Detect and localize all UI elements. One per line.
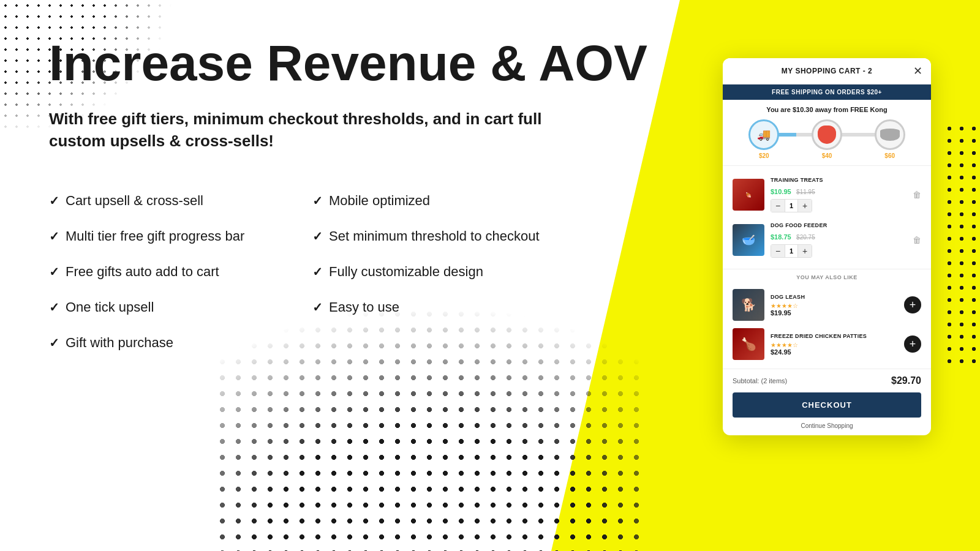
- tier-item-3: $60: [858, 119, 921, 159]
- close-icon[interactable]: ✕: [913, 66, 922, 77]
- cart-footer: Subtotal: (2 items) $29.70 CHECKOUT Cont…: [723, 369, 931, 435]
- check-icon-5: ✓: [49, 335, 59, 350]
- rec-image-1: 🐕: [733, 289, 764, 321]
- qty-control-2: − 1 +: [771, 244, 812, 258]
- also-like-title: YOU MAY ALSO LIKE: [733, 274, 921, 280]
- rec-details-1: DOG LEASH ★★★★☆ $19.95: [771, 294, 898, 317]
- item-original-price-2: $20.75: [796, 234, 815, 241]
- feature-item-2: ✓ Multi tier free gift progress bar: [49, 219, 312, 254]
- feature-item-4: ✓ One tick upsell: [49, 290, 312, 325]
- qty-value-1: 1: [785, 200, 798, 212]
- check-icon-9: ✓: [312, 300, 323, 315]
- kong-icon: [818, 126, 836, 144]
- tier-circle-2: [812, 119, 842, 150]
- add-recommendation-1-button[interactable]: +: [904, 296, 921, 313]
- feature-item-8: ✓ Fully customizable design: [312, 254, 576, 290]
- check-icon-2: ✓: [49, 229, 59, 244]
- subtotal-row: Subtotal: (2 items) $29.70: [733, 375, 921, 386]
- subtotal-value: $29.70: [891, 375, 921, 386]
- check-icon-7: ✓: [312, 229, 323, 244]
- training-treats-image: 🍖: [733, 179, 764, 211]
- progress-text: You are $10.30 away from FREE Kong: [733, 106, 921, 113]
- rec-name-2: FREEZE DRIED CHICKEN PATTIES: [771, 333, 898, 339]
- tier-item-1: 🚚 $20: [733, 119, 796, 159]
- free-shipping-banner: FREE SHIPPING ON ORDERS $20+: [723, 84, 931, 100]
- progress-section: You are $10.30 away from FREE Kong 🚚 $20…: [723, 100, 931, 166]
- check-icon-1: ✓: [49, 193, 59, 208]
- subtotal-label: Subtotal: (2 items): [733, 377, 787, 384]
- add-recommendation-2-button[interactable]: +: [904, 335, 921, 353]
- hero-subtitle: With free gift tiers, minimum checkout t…: [49, 108, 576, 152]
- rec-stars-1: ★★★★☆: [771, 302, 898, 309]
- item-name-1: TRAINING TREATS: [771, 177, 907, 183]
- remove-item-2-icon[interactable]: 🗑: [913, 235, 921, 245]
- recommendation-2: 🍗 FREEZE DRIED CHICKEN PATTIES ★★★★☆ $24…: [733, 324, 921, 364]
- tier-circle-1: 🚚: [748, 119, 779, 150]
- features-right-column: ✓ Mobile optimized ✓ Set minimum thresho…: [312, 183, 576, 361]
- tier-label-2: $40: [822, 152, 832, 159]
- qty-value-2: 1: [785, 245, 798, 257]
- also-like-section: YOU MAY ALSO LIKE 🐕 DOG LEASH ★★★★☆ $19.…: [723, 269, 931, 369]
- feature-item-3: ✓ Free gifts auto add to cart: [49, 254, 312, 290]
- tier-item-2: $40: [796, 119, 859, 159]
- check-icon-4: ✓: [49, 300, 59, 315]
- rec-details-2: FREEZE DRIED CHICKEN PATTIES ★★★★☆ $24.9…: [771, 333, 898, 356]
- tier-label-3: $60: [884, 152, 895, 159]
- feature-item-9: ✓ Easy to use: [312, 290, 576, 325]
- qty-increase-2[interactable]: +: [798, 245, 812, 257]
- qty-increase-1[interactable]: +: [798, 200, 812, 212]
- features-left-column: ✓ Cart upsell & cross-sell ✓ Multi tier …: [49, 183, 312, 361]
- check-icon-8: ✓: [312, 264, 323, 279]
- chicken-patties-image: 🍗: [733, 328, 764, 360]
- cart-widget: MY SHOPPING CART - 2 ✕ FREE SHIPPING ON …: [723, 58, 931, 435]
- check-icon-3: ✓: [49, 264, 59, 279]
- feature-item-6: ✓ Mobile optimized: [312, 183, 576, 219]
- tier-circle-3: [875, 119, 905, 150]
- dots-right-edge-decoration: [943, 122, 980, 367]
- checkout-button[interactable]: CHECKOUT: [733, 392, 921, 418]
- progress-item: FREE Kong: [850, 106, 888, 113]
- qty-decrease-1[interactable]: −: [771, 200, 785, 212]
- rec-image-2: 🍗: [733, 328, 764, 360]
- item-image-feeder: 🥣: [733, 224, 764, 256]
- rec-price-1: $19.95: [771, 309, 898, 317]
- dog-food-feeder-image: 🥣: [733, 224, 764, 256]
- item-details-2: DOG FOOD FEEDER $18.75 $20.75 − 1 +: [771, 222, 907, 258]
- qty-control-1: − 1 +: [771, 199, 812, 212]
- cart-header: MY SHOPPING CART - 2 ✕: [723, 58, 931, 84]
- item-price-1: $10.95: [771, 188, 791, 195]
- feature-item-7: ✓ Set minimum threshold to checkout: [312, 219, 576, 254]
- shipping-icon: 🚚: [757, 128, 771, 141]
- item-image-training: 🍖: [733, 179, 764, 211]
- dog-leash-image: 🐕: [733, 289, 764, 321]
- item-original-price-1: $11.95: [796, 189, 815, 195]
- tier-label-1: $20: [759, 152, 769, 159]
- rec-price-2: $24.95: [771, 348, 898, 356]
- item-pricing-1: $10.95 $11.95: [771, 186, 907, 197]
- check-icon-6: ✓: [312, 193, 323, 208]
- item-pricing-2: $18.75 $20.75: [771, 231, 907, 242]
- cart-title: MY SHOPPING CART - 2: [782, 67, 872, 75]
- feature-item-1: ✓ Cart upsell & cross-sell: [49, 183, 312, 219]
- cart-items-section: 🍖 TRAINING TREATS $10.95 $11.95 − 1 + 🗑: [723, 166, 931, 269]
- feature-item-5: ✓ Gift with purchase: [49, 325, 312, 361]
- features-grid: ✓ Cart upsell & cross-sell ✓ Multi tier …: [49, 183, 576, 361]
- rec-stars-2: ★★★★☆: [771, 342, 898, 348]
- qty-decrease-2[interactable]: −: [771, 245, 785, 257]
- rec-name-1: DOG LEASH: [771, 294, 898, 300]
- continue-shopping-link[interactable]: Continue Shopping: [733, 422, 921, 429]
- item-details-1: TRAINING TREATS $10.95 $11.95 − 1 +: [771, 177, 907, 212]
- progress-amount: $10.30: [793, 106, 813, 113]
- tier-icons: 🚚 $20 $40 $60: [733, 119, 921, 159]
- item-name-2: DOG FOOD FEEDER: [771, 222, 907, 228]
- cart-item-1: 🍖 TRAINING TREATS $10.95 $11.95 − 1 + 🗑: [733, 172, 921, 217]
- remove-item-1-icon[interactable]: 🗑: [913, 190, 921, 200]
- item-price-2: $18.75: [771, 233, 791, 241]
- cart-item-2: 🥣 DOG FOOD FEEDER $18.75 $20.75 − 1 + 🗑: [733, 217, 921, 263]
- bowl-icon: [880, 129, 900, 141]
- recommendation-1: 🐕 DOG LEASH ★★★★☆ $19.95 +: [733, 285, 921, 324]
